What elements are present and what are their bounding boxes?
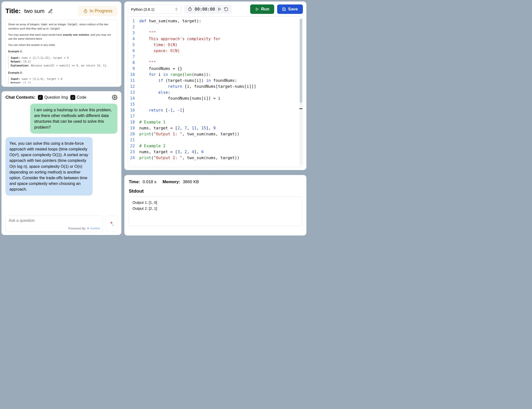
save-label: Save (288, 7, 298, 12)
context-checkbox-code[interactable]: ✓ Code (70, 95, 86, 100)
example1-block: Input: nums = [2,7,11,15], target = 9 Ou… (8, 56, 115, 68)
editor-toolbar: Python (3.8.1) 00:00:00 Run (128, 4, 303, 14)
edit-title-icon[interactable] (48, 9, 53, 14)
save-icon (282, 7, 286, 11)
chat-placeholder: Ask a question (9, 218, 100, 223)
chat-panel: Chat Contexts: ✓ Question Img ✓ Code I a… (1, 91, 121, 235)
chat-body: I am using a hashmap to solve this probl… (5, 100, 117, 216)
time-value: 0.018 s (143, 179, 157, 184)
save-button[interactable]: Save (277, 4, 303, 14)
select-arrows-icon (175, 7, 178, 11)
language-select[interactable]: Python (3.8.1) (128, 5, 181, 14)
sparkle-icon (108, 221, 115, 227)
desc-p3: You can return the answer in any order. (8, 43, 115, 47)
title-label: Title: (5, 7, 21, 15)
sparkle-small-icon: ✦ (87, 227, 89, 230)
chat-input[interactable]: Ask a question Powered By ✦ Gemini (5, 216, 103, 232)
svg-marker-4 (256, 8, 258, 11)
editor-scrollbar-thumb[interactable] (300, 19, 302, 103)
settings-icon[interactable] (112, 95, 117, 100)
output-meta: Time: 0.018 s Memory: 3860 KB (129, 179, 302, 184)
editor-panel: Python (3.8.1) 00:00:00 Run (124, 1, 306, 170)
svg-marker-3 (218, 8, 221, 11)
timer-box: 00:00:00 (184, 5, 232, 14)
run-button[interactable]: Run (250, 4, 274, 14)
code-area[interactable]: def two_sum(nums, target): """ This appr… (138, 17, 303, 167)
chat-message-ai: Yes, you can solve this using a brute-fo… (5, 137, 93, 196)
powered-by: Powered By ✦ Gemini (68, 226, 100, 230)
gemini-brand: Gemini (90, 226, 100, 230)
example2-block: Input: nums = [3,2,4], target = 6 Output… (8, 77, 115, 84)
description-box[interactable]: Given an array of integers nums and an i… (5, 20, 117, 84)
desc-p2: You may assume that each input would hav… (8, 33, 115, 41)
chat-header-title: Chat Contexts: (5, 95, 35, 100)
title-text: two sum (24, 8, 45, 14)
desc-p1: Given an array of integers nums and an i… (8, 22, 115, 31)
stdout-box: Output 1: [1, 0]Output 2: [2, 1] (129, 196, 302, 226)
example2-label: Example 2: (8, 71, 115, 75)
title-row: Title: two sum In Progress (5, 6, 117, 16)
status-label: In Progress (90, 8, 112, 14)
memory-label: Memory: (162, 179, 180, 184)
chat-header: Chat Contexts: ✓ Question Img ✓ Code (5, 95, 117, 100)
language-value: Python (3.8.1) (131, 7, 154, 11)
stopwatch-icon (83, 9, 88, 13)
svg-point-1 (114, 97, 115, 98)
resize-handle-horizontal[interactable] (209, 172, 214, 175)
run-label: Run (261, 7, 269, 12)
stdout-title: Stdout (129, 188, 302, 194)
reset-icon[interactable] (224, 7, 228, 11)
output-panel: Time: 0.018 s Memory: 3860 KB Stdout Out… (124, 175, 306, 235)
status-pill[interactable]: In Progress (78, 6, 117, 16)
editor-mark (299, 108, 302, 109)
resize-handle-horizontal[interactable] (55, 88, 61, 90)
context-checkbox-question-img[interactable]: ✓ Question Img (38, 95, 68, 100)
context-label: Question Img (44, 95, 68, 100)
chat-message-user: I am using a hashmap to solve this probl… (30, 104, 117, 134)
checkmark-icon: ✓ (70, 95, 75, 100)
example1-label: Example 1: (8, 49, 115, 54)
send-button[interactable] (106, 216, 117, 232)
code-editor[interactable]: 123456789101112131415161718192021222324 … (128, 16, 303, 167)
play-icon[interactable] (217, 7, 221, 11)
line-gutter: 123456789101112131415161718192021222324 (128, 17, 138, 167)
memory-value: 3860 KB (183, 179, 199, 184)
checkmark-icon: ✓ (38, 95, 43, 100)
stopwatch-icon (188, 7, 192, 11)
timer-value: 00:00:00 (195, 7, 215, 12)
time-label: Time: (129, 179, 140, 184)
chat-input-row: Ask a question Powered By ✦ Gemini (5, 216, 117, 232)
context-label: Code (77, 95, 86, 100)
play-icon (255, 7, 259, 11)
question-panel: Title: two sum In Progress Given an arra… (1, 1, 121, 87)
